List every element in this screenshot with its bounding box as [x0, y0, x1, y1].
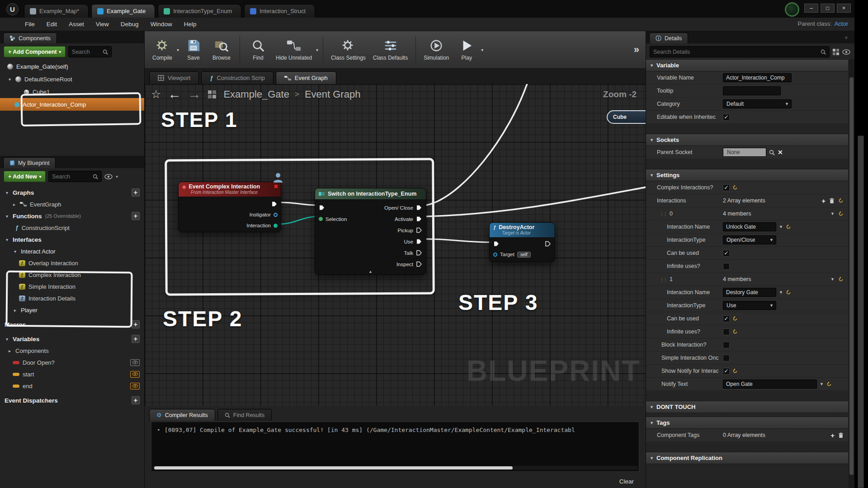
reset-to-default-icon[interactable] [732, 185, 738, 190]
add-tab-icon[interactable]: + [844, 34, 848, 41]
expander-icon[interactable]: ▸ [12, 202, 17, 207]
asset-tab-example-map[interactable]: Example_Map* [24, 4, 89, 18]
class-defaults-button[interactable]: Class Defaults [369, 33, 411, 66]
details-tab[interactable]: Details [649, 33, 688, 43]
exec-out-pin[interactable] [542, 238, 553, 249]
drag-handle-icon[interactable]: ⋮⋮ [660, 211, 667, 216]
event-graph-canvas[interactable]: BLUEPRINT ☆ ← → Example_Gate > Event Gra… [145, 84, 646, 406]
play-button[interactable]: Play [453, 33, 481, 66]
section-functions[interactable]: ▾ Functions (25 Overridable) + [5, 210, 144, 222]
asset-tab-interaction-struct[interactable]: Interaction_Struct [244, 4, 315, 18]
outer-scrollbar[interactable] [858, 136, 864, 488]
unreal-logo-icon[interactable]: U [6, 3, 19, 15]
add-graph-button[interactable]: + [132, 188, 140, 197]
hide-unrelated-options-caret[interactable]: ▾ [316, 47, 318, 52]
asset-tab-example-gate[interactable]: Example_Gate [91, 4, 155, 18]
add-variable-button[interactable]: + [132, 335, 140, 343]
item-eventgraph[interactable]: ▸ EventGraph [5, 198, 144, 210]
find-button[interactable]: Find [244, 33, 272, 66]
chevron-down-icon[interactable]: ▼ [779, 290, 783, 295]
expander-icon[interactable]: ▾ [5, 214, 9, 219]
destroy-actor-node[interactable]: ƒ DestroyActor Target is Actor Target se… [489, 222, 555, 262]
menu-asset[interactable]: Asset [63, 21, 90, 28]
trash-icon[interactable] [829, 198, 835, 204]
section-variables[interactable]: ▾ Variables + [5, 333, 144, 345]
menu-help[interactable]: Help [178, 21, 203, 28]
property-matrix-icon[interactable] [832, 48, 840, 56]
visibility-eye-icon[interactable] [104, 174, 113, 179]
close-button[interactable]: × [837, 4, 851, 13]
add-event-dispatcher-button[interactable]: + [132, 396, 140, 404]
variable-name-input[interactable] [723, 73, 792, 82]
save-button[interactable]: Save [179, 33, 208, 66]
show-notify-checkbox[interactable]: ✓ [723, 368, 730, 375]
section-tags[interactable]: ▾ Tags [646, 417, 848, 429]
expander-icon[interactable]: ▸ [7, 348, 12, 353]
reset-to-default-icon[interactable] [838, 277, 844, 282]
notify-text-input[interactable] [723, 380, 817, 389]
browse-button[interactable]: Browse [208, 33, 236, 66]
compiler-log[interactable]: •[0893,07] Compile of Example_Gate succe… [151, 422, 639, 472]
reset-to-default-icon[interactable] [838, 198, 844, 203]
chevron-down-icon[interactable]: ▼ [830, 211, 835, 216]
parent-class-link[interactable]: Actor [835, 20, 848, 27]
components-search[interactable] [68, 46, 112, 57]
asset-tab-interactiontype-enum[interactable]: InteractionType_Enum [158, 4, 241, 18]
interaction-name-input[interactable] [723, 222, 776, 231]
tab-construction-script[interactable]: ƒ Construction Scrip [201, 71, 273, 84]
reset-to-default-icon[interactable] [786, 224, 791, 230]
editable-checkbox[interactable]: ✓ [723, 114, 730, 121]
instance-editable-icon[interactable] [130, 371, 140, 378]
reset-to-default-icon[interactable] [732, 316, 738, 321]
tab-viewport[interactable]: Viewport [149, 71, 199, 84]
details-scrollbar[interactable] [849, 59, 854, 488]
breadcrumb-current[interactable]: Event Graph [305, 89, 361, 100]
clear-socket-icon[interactable]: ✕ [778, 149, 783, 156]
my-blueprint-search-input[interactable] [52, 174, 90, 180]
simple-interaction-once-checkbox[interactable] [723, 355, 730, 361]
clear-log-button[interactable]: Clear [619, 478, 634, 485]
my-blueprint-search[interactable] [48, 171, 102, 182]
add-array-element-icon[interactable]: + [830, 432, 835, 439]
interaction-name-input[interactable] [723, 288, 776, 297]
back-arrow-icon[interactable]: ← [168, 88, 181, 101]
category-dropdown[interactable]: Default ▼ [723, 99, 792, 108]
section-graphs[interactable]: ▾ Graphs + [5, 187, 144, 198]
reset-to-default-icon[interactable] [838, 211, 844, 216]
compile-button[interactable]: Compile [148, 33, 176, 66]
reset-to-default-icon[interactable] [786, 290, 791, 295]
expander-icon[interactable]: ▾ [7, 77, 12, 82]
section-interfaces[interactable]: ▾ Interfaces [5, 234, 144, 245]
forward-arrow-icon[interactable]: → [188, 88, 201, 101]
details-search[interactable] [650, 46, 830, 57]
expander-icon[interactable]: ▾ [5, 337, 9, 342]
parent-socket-field[interactable]: None [723, 148, 766, 157]
chevron-down-icon[interactable]: ▾ [116, 174, 118, 179]
section-component-replication[interactable]: ▾ Component Replication [646, 452, 848, 464]
reset-to-default-icon[interactable] [732, 329, 738, 334]
section-dont-touch[interactable]: ▾ DONT TOUCH [646, 401, 848, 413]
category-components[interactable]: ▸ Components [5, 345, 144, 357]
components-search-input[interactable] [72, 49, 100, 55]
item-overlap-interaction[interactable]: ƒ Overlap Interaction [5, 257, 144, 269]
display-filter-eye-icon[interactable] [842, 49, 851, 55]
scrollbar-thumb[interactable] [849, 77, 854, 475]
tab-event-graph[interactable]: Event Graph [276, 71, 336, 84]
variable-end[interactable]: end [5, 380, 144, 392]
scrollbar-thumb[interactable] [154, 466, 513, 469]
can-be-used-checkbox[interactable]: ✓ [723, 250, 730, 257]
tree-row-example-gate-self[interactable]: Example_Gate(self) [0, 60, 144, 73]
log-horizontal-scrollbar[interactable] [153, 466, 637, 470]
minimize-button[interactable]: – [804, 4, 818, 13]
expander-icon[interactable]: ▾ [5, 190, 9, 195]
menu-view[interactable]: View [90, 21, 115, 28]
add-function-button[interactable]: + [132, 212, 140, 220]
breadcrumb-root[interactable]: Example_Gate [223, 89, 289, 100]
compile-options-caret[interactable]: ▾ [177, 47, 179, 52]
item-interact-actor[interactable]: ▾ Interact Actor [5, 245, 144, 257]
trash-icon[interactable] [838, 432, 844, 438]
section-variable[interactable]: ▾ Variable [646, 59, 848, 71]
interaction-type-dropdown[interactable]: Use ▼ [723, 301, 776, 310]
variable-door-open[interactable]: Door Open? [5, 357, 144, 368]
details-search-input[interactable] [653, 49, 818, 55]
